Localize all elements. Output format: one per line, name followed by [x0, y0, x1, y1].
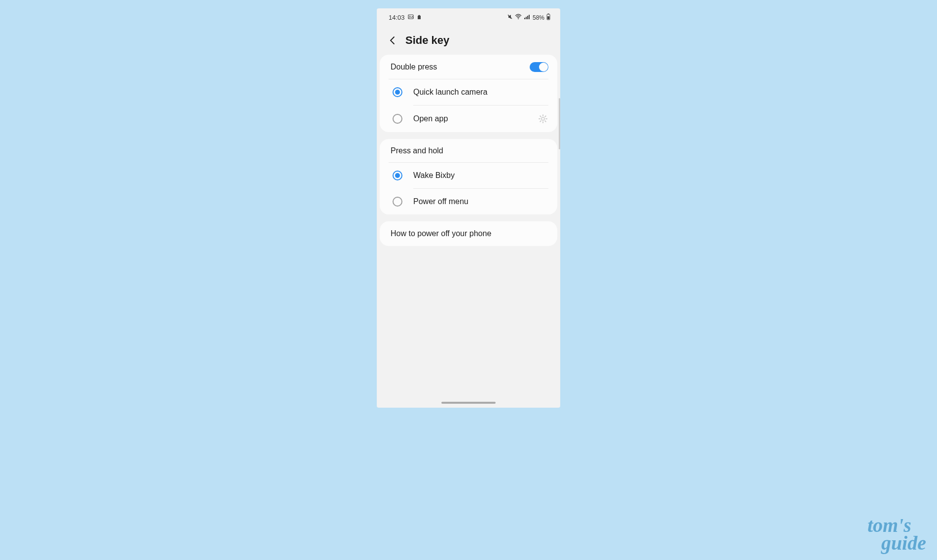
signal-icon — [524, 14, 531, 21]
toggle-knob — [539, 63, 548, 71]
page-title: Side key — [405, 34, 449, 47]
status-time: 14:03 — [389, 14, 405, 21]
power-off-menu-option[interactable]: Power off menu — [380, 189, 557, 214]
power-off-help-label: How to power off your phone — [391, 229, 546, 238]
svg-rect-4 — [524, 18, 525, 19]
page-header: Side key — [377, 24, 560, 55]
home-indicator[interactable] — [441, 402, 496, 404]
wake-bixby-label: Wake Bixby — [413, 171, 548, 180]
quick-launch-camera-label: Quick launch camera — [413, 88, 548, 97]
svg-point-11 — [541, 117, 544, 120]
bag-icon — [417, 14, 422, 21]
power-off-menu-label: Power off menu — [413, 197, 548, 206]
double-press-header: Double press — [380, 55, 557, 79]
mute-icon — [507, 14, 513, 21]
battery-percent: 58% — [533, 14, 544, 21]
status-right: 58% — [507, 13, 550, 22]
watermark-line2: guide — [881, 534, 926, 552]
press-and-hold-header: Press and hold — [380, 139, 557, 162]
wifi-icon — [515, 14, 522, 21]
status-bar: 14:03 58% — [377, 8, 560, 24]
double-press-section: Double press Quick launch camera Open ap… — [380, 55, 557, 132]
gear-icon[interactable] — [538, 113, 548, 124]
status-left: 14:03 — [389, 14, 422, 21]
svg-rect-9 — [548, 14, 549, 15]
radio-selected-icon — [393, 171, 402, 180]
open-app-option[interactable]: Open app — [380, 105, 557, 132]
double-press-toggle[interactable] — [530, 62, 548, 72]
svg-rect-7 — [529, 15, 530, 19]
svg-rect-5 — [526, 17, 527, 19]
svg-rect-6 — [527, 16, 528, 19]
press-and-hold-section: Press and hold Wake Bixby Power off menu — [380, 139, 557, 214]
quick-launch-camera-option[interactable]: Quick launch camera — [380, 79, 557, 105]
scrollbar[interactable] — [559, 98, 560, 149]
double-press-title: Double press — [391, 63, 437, 71]
svg-point-3 — [518, 18, 519, 19]
battery-icon — [546, 13, 550, 22]
wake-bixby-option[interactable]: Wake Bixby — [380, 163, 557, 188]
radio-unselected-icon — [393, 114, 402, 124]
image-icon — [408, 14, 414, 21]
press-and-hold-title: Press and hold — [391, 146, 443, 155]
radio-unselected-icon — [393, 197, 402, 207]
svg-rect-10 — [547, 16, 549, 19]
power-off-help-link[interactable]: How to power off your phone — [380, 221, 557, 246]
back-button[interactable] — [388, 35, 397, 45]
open-app-label: Open app — [413, 114, 527, 123]
radio-selected-icon — [393, 87, 402, 97]
watermark-logo: tom's guide — [867, 517, 926, 552]
phone-screen: 14:03 58% S — [377, 8, 560, 408]
